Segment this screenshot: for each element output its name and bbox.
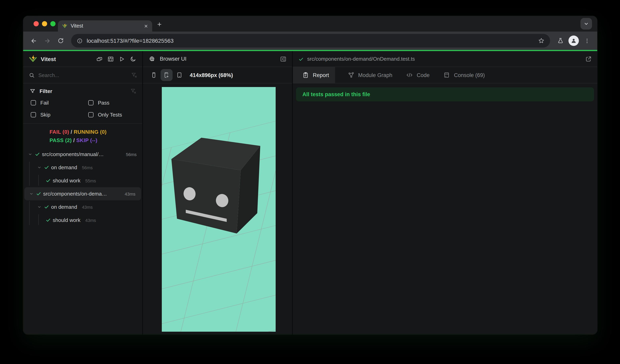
report-body: All tests passed in this file bbox=[293, 83, 597, 335]
collapse-tests-icon[interactable] bbox=[96, 55, 103, 62]
device-tablet-icon[interactable] bbox=[173, 69, 185, 81]
filter-pass-checkbox[interactable]: Pass bbox=[88, 100, 137, 106]
clear-filter-icon[interactable] bbox=[130, 88, 137, 94]
tab-search-button[interactable] bbox=[580, 18, 592, 29]
site-info-icon[interactable] bbox=[77, 38, 83, 44]
bookmark-star-icon[interactable] bbox=[538, 38, 544, 44]
browser-menu-icon[interactable] bbox=[581, 35, 592, 46]
test-file-row[interactable]: src/components/manual/… 56ms bbox=[23, 148, 142, 161]
test-case-row[interactable]: should work 43ms bbox=[23, 214, 142, 227]
pass-check-icon bbox=[44, 204, 49, 210]
chevron-down-icon[interactable] bbox=[27, 152, 33, 157]
tab-code-label: Code bbox=[417, 72, 430, 78]
running-count: RUNNING (0) bbox=[74, 129, 107, 135]
profile-avatar[interactable] bbox=[569, 36, 579, 46]
test-file-name: src/components/manual/… bbox=[42, 151, 104, 157]
summary-line-2: PASS (2) / SKIP (--) bbox=[49, 136, 142, 145]
checkbox[interactable] bbox=[31, 112, 36, 117]
viewport-size-label[interactable]: 414x896px (68%) bbox=[190, 72, 233, 78]
browser-titlebar: Vitest bbox=[23, 16, 597, 31]
zoom-window-button[interactable] bbox=[50, 21, 56, 26]
run-all-icon[interactable] bbox=[118, 55, 125, 62]
chevron-down-icon[interactable] bbox=[28, 191, 34, 196]
window-controls bbox=[33, 21, 56, 26]
filter-fail-label: Fail bbox=[40, 100, 49, 106]
test-browser-viewport[interactable] bbox=[162, 87, 276, 332]
checkbox[interactable] bbox=[88, 112, 93, 117]
pass-count: PASS (2) bbox=[49, 137, 72, 143]
report-panel: src/components/on-demand/OnDemand.test.t… bbox=[293, 51, 597, 335]
test-summary: FAIL (0) / RUNNING (0) PASS (2) / SKIP (… bbox=[23, 124, 142, 147]
vitest-ui: Vitest bbox=[23, 51, 597, 335]
filter-fail-checkbox[interactable]: Fail bbox=[31, 100, 88, 106]
test-case-row[interactable]: should work 55ms bbox=[23, 174, 142, 187]
clear-filter-icon[interactable] bbox=[131, 72, 138, 78]
test-suite-row[interactable]: on demand 56ms bbox=[23, 161, 142, 174]
app-name: Vitest bbox=[41, 56, 56, 62]
search-input[interactable] bbox=[38, 72, 131, 78]
dark-mode-moon-icon[interactable] bbox=[129, 55, 137, 62]
search-row bbox=[23, 67, 142, 83]
skip-count: SKIP (--) bbox=[76, 137, 97, 143]
chevron-down-icon[interactable] bbox=[36, 165, 42, 170]
url-text[interactable]: localhost:5173/#/?file=1828625563 bbox=[87, 38, 534, 44]
tab-console[interactable]: Console (69) bbox=[436, 67, 492, 83]
tab-module-graph-label: Module Graph bbox=[358, 72, 392, 78]
tab-report-label: Report bbox=[313, 72, 329, 78]
tab-title: Vitest bbox=[71, 23, 141, 29]
browser-preview-area bbox=[143, 83, 292, 335]
browser-url-bar: localhost:5173/#/?file=1828625563 bbox=[23, 31, 597, 50]
browser-ui-panel: Browser UI 414x896px (68%) bbox=[142, 51, 293, 335]
filter-only-tests-checkbox[interactable]: Only Tests bbox=[88, 112, 137, 118]
test-case-name: should work bbox=[53, 178, 80, 184]
summary-line-1: FAIL (0) / RUNNING (0) bbox=[49, 128, 142, 136]
pass-check-icon bbox=[298, 57, 304, 62]
test-duration: 56ms bbox=[82, 165, 93, 170]
tab-code[interactable]: Code bbox=[399, 67, 436, 83]
tab-console-label: Console (69) bbox=[454, 72, 485, 78]
pass-check-icon bbox=[46, 178, 51, 183]
address-bar[interactable]: localhost:5173/#/?file=1828625563 bbox=[71, 34, 550, 47]
globe-icon bbox=[149, 55, 156, 62]
checkbox[interactable] bbox=[31, 100, 36, 105]
vitest-logo: Vitest bbox=[29, 55, 56, 63]
chevron-down-icon[interactable] bbox=[36, 205, 42, 209]
filter-title: Filter bbox=[40, 88, 52, 94]
experiments-flask-icon[interactable] bbox=[555, 35, 566, 46]
test-file-row-selected[interactable]: src/components/on-dema… 43ms bbox=[24, 187, 141, 200]
browser-tab[interactable]: Vitest bbox=[58, 20, 152, 31]
search-icon bbox=[28, 72, 35, 79]
tab-report[interactable]: Report bbox=[293, 67, 335, 83]
close-window-button[interactable] bbox=[33, 21, 39, 26]
tab-module-graph[interactable]: Module Graph bbox=[341, 67, 399, 83]
checkbox[interactable] bbox=[88, 100, 93, 105]
report-tabs: Report Module Graph Code bbox=[293, 67, 597, 83]
filter-only-tests-label: Only Tests bbox=[98, 112, 122, 118]
vitest-favicon-icon bbox=[62, 23, 67, 29]
forward-button[interactable] bbox=[42, 35, 53, 46]
tab-close-icon[interactable] bbox=[144, 24, 148, 28]
all-tests-passed-banner: All tests passed in this file bbox=[296, 87, 594, 101]
reload-button[interactable] bbox=[55, 35, 66, 46]
console-icon bbox=[443, 72, 450, 79]
code-icon bbox=[406, 72, 413, 79]
minimize-window-button[interactable] bbox=[42, 21, 47, 26]
device-phone-add-icon[interactable] bbox=[161, 69, 172, 81]
filter-section: Filter Fail Pass bbox=[23, 83, 142, 124]
browser-ui-header: Browser UI bbox=[143, 51, 292, 67]
device-phone-icon[interactable] bbox=[148, 69, 160, 81]
robot-cube bbox=[171, 138, 260, 233]
test-file-name: src/components/on-dema… bbox=[43, 191, 107, 197]
pass-check-icon bbox=[35, 152, 40, 157]
test-suite-row[interactable]: on demand 43ms bbox=[23, 200, 142, 214]
panel-right-open-icon[interactable] bbox=[280, 56, 286, 62]
back-button[interactable] bbox=[28, 35, 39, 46]
browser-window: Vitest localhost:5173/#/?file=1828625563 bbox=[23, 16, 597, 335]
pass-check-icon bbox=[46, 218, 51, 223]
filter-pass-label: Pass bbox=[98, 100, 109, 106]
dashboard-icon[interactable] bbox=[107, 55, 114, 62]
open-external-icon[interactable] bbox=[585, 56, 592, 62]
module-graph-icon bbox=[347, 72, 355, 79]
filter-skip-checkbox[interactable]: Skip bbox=[31, 112, 88, 118]
new-tab-button[interactable] bbox=[156, 22, 162, 27]
